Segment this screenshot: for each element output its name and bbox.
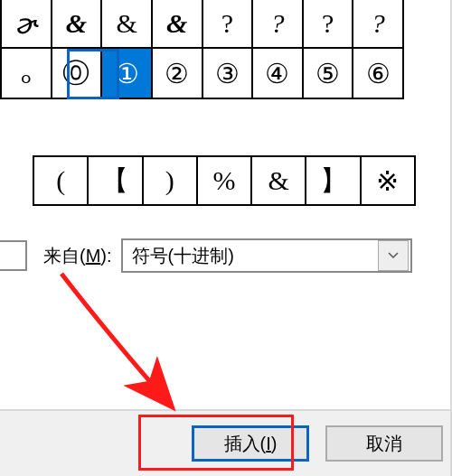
symbol-cell[interactable]: ? xyxy=(203,0,254,47)
symbol-cell[interactable]: ⓪ xyxy=(52,49,103,98)
symbol-cell[interactable]: & xyxy=(52,0,103,47)
cancel-button[interactable]: 取消 xyxy=(325,425,443,462)
recent-cell[interactable]: % xyxy=(198,157,252,204)
dialog-footer: 插入(I) 取消 xyxy=(0,409,450,476)
symbol-grid: ɚ & & & ? ? ? ? ₒ ⓪ ① ② ③ ④ ⑤ ⑥ xyxy=(0,0,404,99)
symbol-cell[interactable]: ③ xyxy=(203,49,254,98)
recent-cell[interactable]: ※ xyxy=(362,157,414,204)
from-row: 来自(M): 符号(十进制) xyxy=(43,238,412,273)
recent-symbols: ( 【 ) % & 】 ※ xyxy=(33,155,416,206)
symbol-cell[interactable]: ⑥ xyxy=(353,49,402,98)
from-label: 来自(M): xyxy=(43,244,112,268)
symbol-cell[interactable]: & xyxy=(153,0,203,47)
symbol-cell[interactable]: ⑤ xyxy=(304,49,354,98)
symbol-cell[interactable]: ? xyxy=(353,0,402,47)
symbol-cell[interactable]: ② xyxy=(153,49,203,98)
symbol-cell-selected[interactable]: ① xyxy=(102,49,153,98)
symbol-cell[interactable]: ₒ xyxy=(2,49,52,98)
recent-cell[interactable]: ( xyxy=(34,157,89,204)
symbol-cell[interactable]: ɚ xyxy=(2,0,52,47)
annotation-arrow-icon xyxy=(52,269,206,423)
from-select[interactable]: 符号(十进制) xyxy=(121,238,412,273)
symbol-cell[interactable]: & xyxy=(102,0,153,47)
insert-button[interactable]: 插入(I) xyxy=(192,425,309,462)
recent-cell[interactable]: 】 xyxy=(306,157,361,204)
recent-cell[interactable]: & xyxy=(252,157,306,204)
symbol-cell[interactable]: ? xyxy=(304,0,354,47)
recent-cell[interactable]: ) xyxy=(144,157,198,204)
grid-row: ɚ & & & ? ? ? ? xyxy=(2,0,402,49)
symbol-dialog: ɚ & & & ? ? ? ? ₒ ⓪ ① ② ③ ④ ⑤ ⑥ ( 【 ) % … xyxy=(0,0,452,476)
symbol-cell[interactable]: ④ xyxy=(253,49,304,98)
chevron-down-icon[interactable] xyxy=(378,240,409,271)
from-select-value: 符号(十进制) xyxy=(123,244,378,268)
code-field-fragment[interactable] xyxy=(0,240,27,271)
grid-row: ₒ ⓪ ① ② ③ ④ ⑤ ⑥ xyxy=(2,49,402,98)
symbol-cell[interactable]: ? xyxy=(253,0,304,47)
recent-cell[interactable]: 【 xyxy=(89,157,143,204)
